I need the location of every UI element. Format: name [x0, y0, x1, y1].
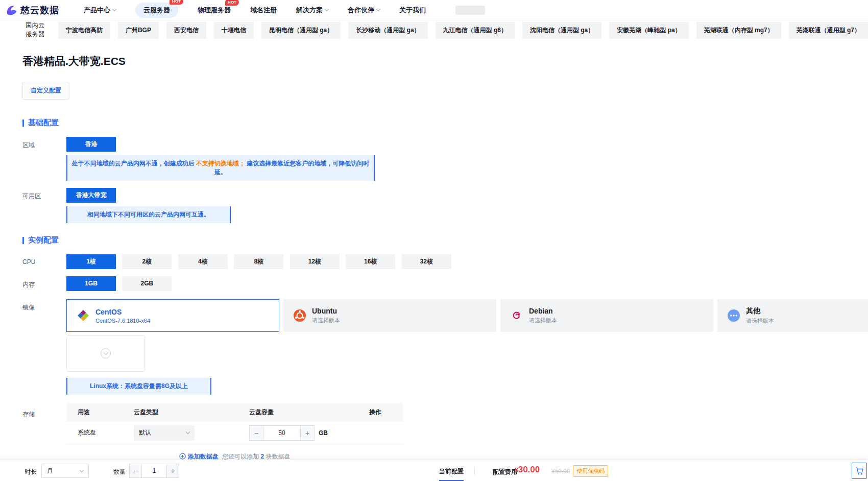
- image-label: 镜像: [22, 299, 66, 312]
- cart-button[interactable]: [852, 463, 867, 479]
- region-tab[interactable]: 十堰电信: [214, 22, 254, 39]
- decrease-button[interactable]: −: [129, 464, 142, 478]
- price: ¥30.00: [515, 465, 540, 475]
- logo-swirl-icon: [5, 4, 18, 17]
- storage-table-header: 用途 云盘类型 云盘容量 操作: [66, 403, 403, 422]
- zone-option-hk-bandwidth[interactable]: 香港大带宽: [66, 188, 116, 203]
- fee-label: 配置费用: [493, 468, 517, 476]
- purchase-bar: 时长 月 数量 − + 当前配置 配置费用 ¥30.00 ¥50.00 使用优惠…: [0, 460, 868, 481]
- image-card-other[interactable]: 其他 请选择版本: [717, 299, 868, 332]
- region-tab[interactable]: 芜湖联通（通用型 g7）: [789, 22, 868, 39]
- region-option-hongkong[interactable]: 香港: [66, 137, 116, 152]
- cpu-option[interactable]: 8核: [234, 254, 283, 269]
- cart-icon: [855, 467, 864, 475]
- storage-table-row: 系统盘 默认 − + GB: [66, 422, 403, 444]
- os-image-cards: CentOS CentOS-7.6.1810-x64 Ubuntu 请选择: [66, 299, 868, 332]
- capacity-unit: GB: [319, 429, 328, 437]
- linux-note: Linux系统：系统盘容量需8G及以上: [66, 378, 211, 395]
- coupon-button[interactable]: 使用优惠码: [573, 465, 608, 477]
- region-tab[interactable]: 安徽芜湖（峰驰型 pa）: [609, 22, 688, 39]
- chevron-down-icon: [186, 430, 190, 434]
- region-tab[interactable]: 昆明电信（通用型 ga）: [261, 22, 341, 39]
- hot-badge: HOT: [225, 0, 239, 6]
- nav-item-partners[interactable]: 合作伙伴: [348, 6, 380, 15]
- duration-label: 时长: [25, 468, 37, 476]
- disk-capacity-input[interactable]: [263, 425, 300, 441]
- debian-icon: [511, 309, 523, 322]
- nav-item-solutions[interactable]: 解决方案: [296, 6, 328, 15]
- basic-config-header: 基础配置: [22, 118, 868, 128]
- image-card-centos[interactable]: CentOS CentOS-7.6.1810-x64: [66, 299, 279, 332]
- centos-icon: [77, 309, 89, 322]
- region-label: 区域: [22, 137, 66, 150]
- other-os-icon: [728, 309, 740, 322]
- region-tab[interactable]: 西安电信: [166, 22, 206, 39]
- duration-select[interactable]: 月: [41, 464, 89, 478]
- chevron-circle-icon: [101, 348, 111, 358]
- decrease-button[interactable]: −: [249, 425, 263, 441]
- region-tab[interactable]: 沈阳电信（通用型 ga）: [522, 22, 601, 39]
- cpu-option[interactable]: 4核: [178, 254, 228, 269]
- quantity-input[interactable]: [142, 464, 166, 478]
- nav-item-products[interactable]: 产品中心: [84, 6, 116, 15]
- memory-label: 内存: [22, 276, 66, 289]
- cpu-label: CPU: [22, 254, 66, 266]
- storage-table: 用途 云盘类型 云盘容量 操作 系统盘 默认 −: [66, 403, 403, 444]
- ubuntu-icon: [294, 309, 306, 322]
- zone-note: 相同地域下不同可用区的云产品内网可互通。: [66, 206, 231, 223]
- image-card-debian[interactable]: Debian 请选择版本: [500, 299, 713, 332]
- chevron-down-icon: [325, 7, 329, 11]
- cpu-option[interactable]: 12核: [290, 254, 340, 269]
- custom-config-button[interactable]: 自定义配置: [22, 82, 69, 100]
- chevron-down-icon: [80, 468, 84, 472]
- add-disk-hint: 您还可以添加 2 块数据盘: [222, 453, 290, 460]
- region-tab-domestic[interactable]: 国内云服务器: [26, 21, 49, 39]
- original-price: ¥50.00: [551, 468, 570, 475]
- divider: [474, 467, 475, 475]
- increase-button[interactable]: +: [166, 464, 179, 478]
- main-content: 香港精品.大带宽.ECS 自定义配置 基础配置 区域 香港 处于不同地域的云产品…: [0, 54, 868, 481]
- circle-plus-icon: [179, 453, 186, 460]
- hot-badge: HOT: [170, 0, 183, 5]
- top-nav: 慈云数据 产品中心 云服务器 HOT 物理服务器 HOT 域名注册 解决方案 合…: [0, 0, 868, 20]
- image-card-ubuntu[interactable]: Ubuntu 请选择版本: [283, 299, 496, 332]
- memory-option[interactable]: 2GB: [122, 276, 172, 291]
- cpu-option[interactable]: 1核: [66, 254, 116, 269]
- region-tab[interactable]: 芜湖联通（内存型 mg7）: [696, 22, 781, 39]
- add-data-disk-link[interactable]: 添加数据盘: [188, 453, 219, 460]
- region-tab[interactable]: 宁波电信高防: [58, 22, 110, 39]
- quantity-stepper: − +: [129, 464, 179, 478]
- zone-label: 可用区: [22, 188, 66, 201]
- disk-type-select[interactable]: 默认: [134, 425, 195, 441]
- increase-button[interactable]: +: [300, 425, 315, 441]
- disk-capacity-stepper: − +: [249, 425, 315, 441]
- instance-config-header: 实例配置: [22, 235, 868, 245]
- disk-usage: 系统盘: [66, 428, 134, 437]
- region-tab[interactable]: 长沙移动（通用型 ga）: [348, 22, 427, 39]
- page-title: 香港精品.大带宽.ECS: [22, 54, 868, 68]
- chevron-down-icon: [376, 7, 380, 11]
- redacted-nav-item: [455, 6, 485, 15]
- region-tab-bar: 国内云服务器 宁波电信高防 广州BGP 西安电信 十堰电信 昆明电信（通用型 g…: [0, 20, 868, 40]
- brand-logo[interactable]: 慈云数据: [5, 4, 59, 17]
- storage-label: 存储: [22, 403, 66, 419]
- nav-item-physical-server[interactable]: 物理服务器 HOT: [198, 6, 231, 15]
- chevron-down-icon: [112, 7, 116, 11]
- cpu-option[interactable]: 32核: [402, 254, 451, 269]
- nav-item-cloud-server[interactable]: 云服务器 HOT: [135, 3, 178, 18]
- region-tab[interactable]: 九江电信（通用型 g6）: [436, 22, 515, 39]
- region-note: 处于不同地域的云产品内网不通，创建成功后 不支持切换地域； 建议选择最靠近您客户…: [66, 155, 375, 181]
- nav-menu: 产品中心 云服务器 HOT 物理服务器 HOT 域名注册 解决方案 合作伙伴 关…: [84, 3, 485, 18]
- image-version-panel[interactable]: [66, 335, 145, 372]
- cpu-option[interactable]: 16核: [346, 254, 395, 269]
- logo-text: 慈云数据: [20, 4, 59, 16]
- nav-item-domain[interactable]: 域名注册: [250, 6, 277, 15]
- cpu-option[interactable]: 2核: [122, 254, 172, 269]
- memory-option[interactable]: 1GB: [66, 276, 116, 291]
- nav-item-about[interactable]: 关于我们: [399, 6, 426, 15]
- current-config-tab[interactable]: 当前配置: [439, 467, 464, 481]
- quantity-label: 数量: [113, 468, 126, 476]
- region-tab[interactable]: 广州BGP: [118, 22, 159, 39]
